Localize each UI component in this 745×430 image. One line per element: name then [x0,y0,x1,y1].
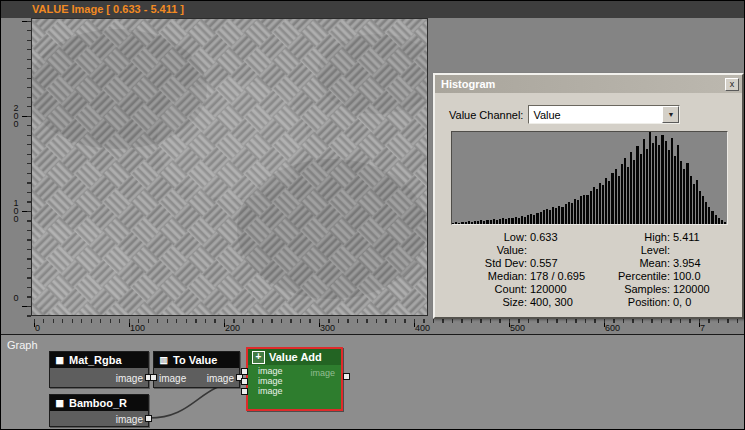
histogram-bar [665,141,667,224]
histogram-bar [655,136,657,224]
stats-row: Value:Level: [441,244,739,257]
node-to-value[interactable]: ▥ To Value image image [153,351,240,388]
histogram-bar [693,184,695,224]
histogram-bar [471,222,473,224]
stat-label: Std Dev: [441,257,527,270]
stat-label: High: [602,231,670,244]
stat-value: 0.557 [527,257,602,270]
node-mat-rgba[interactable]: ▦ Mat_Rgba image [49,351,149,388]
histogram-bar [677,145,679,224]
histogram-bar [715,215,717,224]
histogram-bar [561,207,563,224]
stat-value: 120000 [670,283,739,296]
output-label: image [116,413,143,424]
histogram-bar [621,164,623,224]
histogram-bar [624,158,626,224]
histogram-stats: Low:0.633High:5.411Value:Level:Std Dev:0… [441,231,739,309]
stat-label: Low: [441,231,527,244]
input-port[interactable] [241,368,248,375]
input-port[interactable] [241,388,248,395]
input-row: image [254,386,283,396]
histogram-bar [590,191,592,224]
histogram-bar [690,176,692,224]
histogram-bar [555,208,557,224]
histogram-bar [552,207,554,224]
histogram-bar [536,213,538,224]
node-title: Value Add [269,351,322,363]
histogram-bar [543,210,545,224]
histogram-bar [643,139,645,224]
histogram-bar [511,218,513,224]
graph-label: Graph [7,339,38,351]
histogram-bar [718,218,720,224]
histogram-bar [596,189,598,224]
histogram-bar [540,212,542,224]
histogram-bar [602,185,604,224]
histogram-bar [577,200,579,224]
vertical-ruler: 2001000 [1,18,31,319]
histogram-bar [493,219,495,224]
histogram-bar [496,220,498,224]
histogram-bar [724,222,726,224]
histogram-bar [615,169,617,224]
to-value-icon: ▥ [158,355,169,366]
image-node-icon: ▦ [54,355,65,366]
histogram-bar [452,223,454,224]
stats-row: Low:0.633High:5.411 [441,231,739,244]
stat-value: 0.633 [527,231,602,244]
ruler-number: 200 [225,323,240,333]
histogram-bar [711,211,713,224]
output-label: image [310,368,335,378]
value-channel-selected: Value [533,109,560,121]
stat-value [670,244,739,257]
ruler-number: 100 [12,199,20,223]
chevron-down-icon[interactable]: ▼ [662,106,679,123]
histogram-bar [477,221,479,224]
value-channel-label: Value Channel: [449,109,523,121]
input-port[interactable] [150,374,157,381]
output-port[interactable] [145,415,152,422]
value-channel-select[interactable]: Value ▼ [528,105,680,124]
histogram-bar [565,204,567,224]
node-bamboo-r[interactable]: ▦ Bamboo_R image [49,394,149,427]
texture-image[interactable] [32,19,427,315]
input-row: image [254,366,283,376]
output-label: image [207,372,234,383]
histogram-bar [527,215,529,224]
histogram-bar [599,183,601,224]
histogram-bar [468,221,470,224]
input-port[interactable] [241,378,248,385]
histogram-bar [699,191,701,224]
stat-value: 100.0 [670,270,739,283]
histogram-bar [671,138,673,224]
ruler-number: 0 [35,323,40,333]
stat-value: 0, 0 [670,296,739,309]
histogram-bar [580,196,582,224]
histogram-bar [474,221,476,224]
histogram-bar [686,163,688,224]
histogram-bar [483,221,485,224]
close-button[interactable]: x [725,78,739,91]
input-label: image [258,386,283,396]
histogram-bar [518,218,520,224]
histogram-bar [499,219,501,224]
node-value-add[interactable]: + Value Add imageimageimage image [246,347,343,411]
histogram-bar [702,196,704,224]
output-port[interactable] [343,373,350,380]
histogram-bar [458,223,460,224]
ruler-number: 500 [510,323,525,333]
stat-label: Value: [441,244,527,257]
viewer-title: VALUE Image [ 0.633 - 5.411 ] [1,1,744,18]
histogram-bar [683,169,685,224]
stat-label: Position: [602,296,670,309]
histogram-bar [515,217,517,224]
histogram-bar [574,199,576,224]
histogram-titlebar[interactable]: Histogram x [435,75,742,93]
stat-label: Percentile: [602,270,670,283]
histogram-bar [633,160,635,224]
histogram-bar [461,222,463,224]
graph-canvas[interactable]: Graph ▦ Mat_Rgba image ▥ To Value i [1,334,744,430]
histogram-bar [661,135,663,224]
histogram-plot[interactable] [451,131,728,225]
stat-value: 178 / 0.695 [527,270,602,283]
